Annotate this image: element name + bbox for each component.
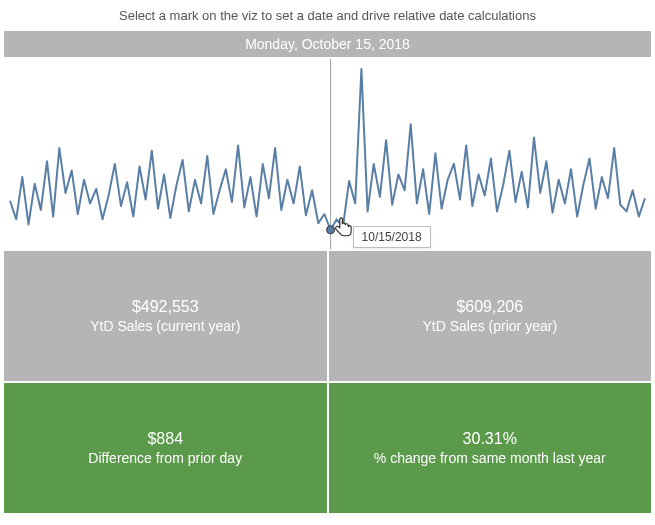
kpi-pct-change-yoy: 30.31% % change from same month last yea…	[329, 383, 652, 513]
kpi-label: YtD Sales (prior year)	[422, 318, 557, 334]
kpi-ytd-prior: $609,206 YtD Sales (prior year)	[329, 251, 652, 381]
kpi-ytd-current: $492,553 YtD Sales (current year)	[4, 251, 327, 381]
selected-mark[interactable]	[327, 226, 335, 234]
kpi-label: Difference from prior day	[88, 450, 242, 466]
selected-date-bar: Monday, October 15, 2018	[4, 31, 651, 57]
kpi-value: $609,206	[456, 298, 523, 316]
kpi-grid: $492,553 YtD Sales (current year) $609,2…	[4, 251, 651, 513]
instruction-text: Select a mark on the viz to set a date a…	[0, 0, 655, 31]
kpi-label: % change from same month last year	[374, 450, 606, 466]
line-chart-svg[interactable]	[4, 59, 651, 249]
sales-line-series[interactable]	[10, 69, 645, 230]
timeseries-chart[interactable]: 10/15/2018	[4, 59, 651, 249]
kpi-value: $492,553	[132, 298, 199, 316]
date-tooltip: 10/15/2018	[353, 226, 431, 248]
kpi-label: YtD Sales (current year)	[90, 318, 240, 334]
kpi-value: 30.31%	[463, 430, 517, 448]
kpi-value: $884	[147, 430, 183, 448]
kpi-diff-prior-day: $884 Difference from prior day	[4, 383, 327, 513]
